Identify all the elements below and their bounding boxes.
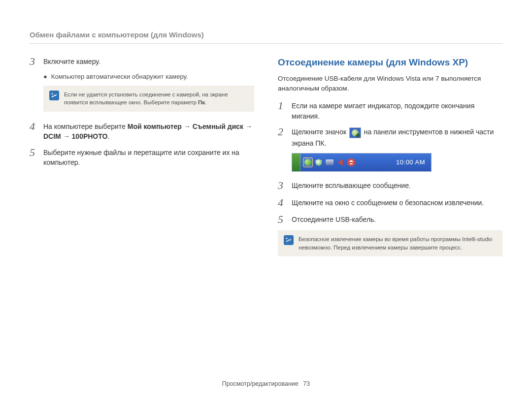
step-number: 3 xyxy=(278,180,287,191)
note-text: Безопасное извлечение камеры во время ра… xyxy=(299,235,497,251)
left-step-5: 5 Выберите нужные файлы и перетащите или… xyxy=(30,147,254,168)
left-step-3-bullet: ● Компьютер автоматически обнаружит каме… xyxy=(43,72,254,82)
step-text: Щелкните на окно с сообщением о безопасн… xyxy=(292,197,502,208)
step-number: 5 xyxy=(278,214,287,225)
left-step-3: 3 Включите камеру. xyxy=(30,56,254,67)
right-step-1: 1 Если на камере мигает индикатор, подож… xyxy=(278,100,502,121)
tray-shield-icon xyxy=(314,158,323,167)
tray-noentry-icon xyxy=(347,158,356,167)
step-text: Щелкните всплывающее сообщение. xyxy=(292,180,502,190)
step-number: 3 xyxy=(30,56,38,67)
step-number: 1 xyxy=(278,100,287,112)
right-step-2: 2 Щелкните значок на панели инструментов… xyxy=(278,126,502,148)
right-column: Отсоединение камеры (для Windows XP) Отс… xyxy=(278,56,502,265)
page-header: Обмен файлами с компьютером (для Windows… xyxy=(30,30,502,44)
right-step-4: 4 Щелкните на окно с сообщением о безопа… xyxy=(278,197,502,209)
step-number: 2 xyxy=(278,126,287,138)
page-footer: Просмотр/редактирование 73 xyxy=(0,379,532,388)
tray-volume-icon xyxy=(336,158,345,167)
footer-section: Просмотр/редактирование xyxy=(222,380,299,387)
step-text: Если на камере мигает индикатор, подожди… xyxy=(292,100,502,121)
step-text: Щелкните значок на панели инструментов в… xyxy=(292,126,502,148)
bullet-text: Компьютер автоматически обнаружит камеру… xyxy=(51,72,188,82)
step-text: Включите камеру. xyxy=(43,56,254,66)
tray-network-icon xyxy=(325,158,334,167)
manual-page: Обмен файлами с компьютером (для Windows… xyxy=(0,0,532,401)
section-intro: Отсоединение USB-кабеля для Windows Vist… xyxy=(278,74,502,93)
bullet-dot: ● xyxy=(43,72,47,82)
note-icon xyxy=(284,235,294,245)
step-number: 5 xyxy=(30,147,38,158)
windows-xp-taskbar: 10:00 AM xyxy=(292,153,432,172)
note-icon xyxy=(49,91,59,100)
step-number: 4 xyxy=(278,197,287,209)
left-column: 3 Включите камеру. ● Компьютер автоматич… xyxy=(30,56,254,265)
note-connection: Если не удается установить соединение с … xyxy=(43,86,254,112)
step-text: На компьютере выберите Мой компьютер → С… xyxy=(43,121,254,142)
step-number: 4 xyxy=(30,121,38,132)
right-step-3: 3 Щелкните всплывающее сообщение. xyxy=(278,180,502,191)
page-number: 73 xyxy=(303,380,310,387)
safely-remove-hardware-icon xyxy=(349,127,361,138)
right-step-5: 5 Отсоедините USB-кабель. xyxy=(278,214,502,225)
tray-safely-remove-icon xyxy=(303,158,312,167)
note-intelli-studio: Безопасное извлечение камеры во время ра… xyxy=(278,230,502,256)
step-text: Выберите нужные файлы и перетащите или с… xyxy=(43,147,254,168)
step-text: Отсоедините USB-кабель. xyxy=(292,214,502,224)
taskbar-clock: 10:00 AM xyxy=(390,158,431,167)
taskbar-start-edge xyxy=(292,154,300,171)
section-title: Отсоединение камеры (для Windows XP) xyxy=(278,56,502,69)
content-columns: 3 Включите камеру. ● Компьютер автоматич… xyxy=(30,56,502,265)
left-step-4: 4 На компьютере выберите Мой компьютер →… xyxy=(30,121,254,142)
note-text: Если не удается установить соединение с … xyxy=(64,91,228,107)
system-tray xyxy=(300,154,359,171)
